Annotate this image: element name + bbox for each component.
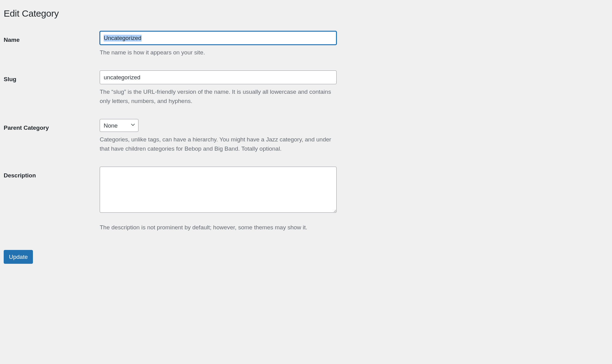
- description-label: Description: [4, 172, 36, 179]
- form-table: Name The name is how it appears on your …: [4, 31, 608, 246]
- field-row-description: Description The description is not promi…: [4, 167, 608, 245]
- submit-row: Update: [4, 250, 608, 264]
- description-help: The description is not prominent by defa…: [100, 223, 337, 232]
- field-row-parent: Parent Category None Categories, unlike …: [4, 119, 608, 167]
- description-textarea[interactable]: [100, 167, 337, 213]
- field-row-slug: Slug The “slug” is the URL-friendly vers…: [4, 70, 608, 119]
- page-title: Edit Category: [4, 7, 608, 19]
- name-help: The name is how it appears on your site.: [100, 48, 337, 57]
- name-input[interactable]: [100, 31, 337, 45]
- edit-category-form: Edit Category Name The name is how it ap…: [4, 7, 608, 264]
- field-row-name: Name The name is how it appears on your …: [4, 31, 608, 70]
- parent-label: Parent Category: [4, 125, 49, 131]
- update-button[interactable]: Update: [4, 250, 33, 264]
- name-label: Name: [4, 37, 20, 43]
- slug-input[interactable]: [100, 70, 337, 84]
- slug-help: The “slug” is the URL-friendly version o…: [100, 87, 337, 105]
- slug-label: Slug: [4, 76, 16, 82]
- parent-help: Categories, unlike tags, can have a hier…: [100, 135, 337, 153]
- parent-select-wrap: None: [100, 119, 138, 132]
- parent-select[interactable]: None: [100, 119, 138, 132]
